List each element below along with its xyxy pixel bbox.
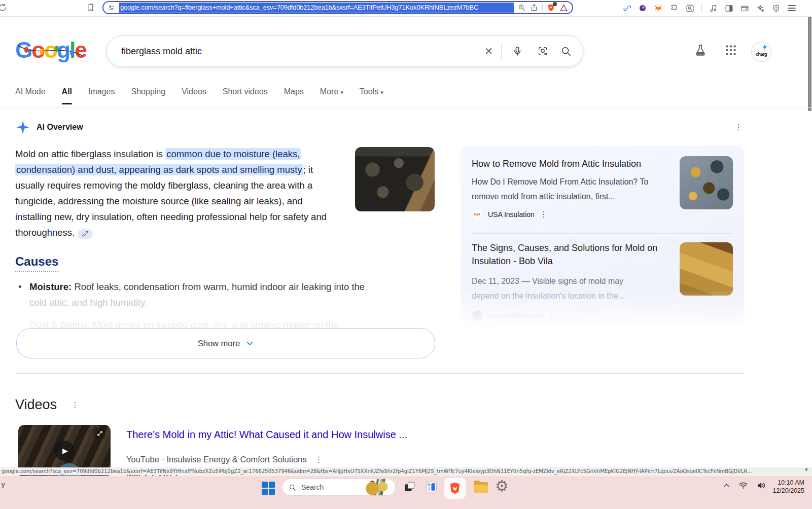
extensions-puzzle-icon[interactable] xyxy=(670,4,679,13)
start-button[interactable] xyxy=(262,482,275,495)
brave-rewards-icon[interactable] xyxy=(559,4,568,12)
ai-overview-menu-icon[interactable]: ⋮ xyxy=(734,123,743,131)
apps-grid-icon[interactable] xyxy=(724,44,737,57)
tab-more[interactable]: More▾ xyxy=(320,87,343,104)
widgets-icon[interactable] xyxy=(425,481,438,493)
tab-videos[interactable]: Videos xyxy=(182,87,206,104)
video-title-link[interactable]: There's Mold in my Attic! What Caused it… xyxy=(126,429,583,441)
labs-icon[interactable] xyxy=(694,44,707,57)
tab-short-videos[interactable]: Short videos xyxy=(223,87,268,104)
file-explorer-icon[interactable] xyxy=(474,482,488,493)
moldy-insulation-image[interactable] xyxy=(355,147,435,211)
task-view-icon[interactable] xyxy=(403,481,416,493)
media-player-icon[interactable] xyxy=(709,4,718,13)
video-menu-icon[interactable]: ⋮ xyxy=(315,456,323,464)
source-title[interactable]: How to Remove Mold from Attic Insulation xyxy=(472,157,675,170)
vpn-shield-icon[interactable] xyxy=(772,4,781,13)
voice-search-icon[interactable] xyxy=(505,46,530,57)
citation-link-icon[interactable] xyxy=(78,229,93,239)
card-divider xyxy=(472,233,733,234)
settings-gear-icon[interactable]: ⚙ xyxy=(495,479,509,494)
logo-letter: e xyxy=(75,38,86,62)
tab-maps[interactable]: Maps xyxy=(284,87,304,104)
taskbar-clock[interactable]: 10:10 AM 12/20/2025 xyxy=(759,479,804,495)
tab-shopping[interactable]: Shopping xyxy=(131,87,166,104)
search-box[interactable]: fiberglass mold attic ✕ xyxy=(107,35,583,67)
brave-browser-taskbar-icon[interactable] xyxy=(444,478,466,499)
search-box-extension-icon[interactable] xyxy=(686,4,694,13)
search-submit-icon[interactable] xyxy=(555,46,572,57)
mold-closeup-thumbnail[interactable] xyxy=(680,156,733,209)
extension-toolbar xyxy=(623,0,796,16)
result-tabs: AI Mode All Images Shopping Videos Short… xyxy=(15,87,383,104)
scrollbar-thumb[interactable] xyxy=(808,17,811,111)
sidebar-toggle-icon[interactable] xyxy=(725,4,733,13)
show-more-button[interactable]: Show more xyxy=(16,328,435,358)
search-icon xyxy=(289,484,296,491)
clock-time: 10:10 AM xyxy=(759,479,804,487)
cause-list-item: Moisture: Roof leaks, condensation from … xyxy=(29,279,425,310)
tray-chevron-up-icon[interactable] xyxy=(723,482,730,489)
source-snippet: How Do I Remove Mold From Attic Insulati… xyxy=(472,174,675,204)
expand-icon[interactable] xyxy=(94,428,105,439)
link-extension-icon[interactable] xyxy=(623,4,631,13)
metamask-icon[interactable] xyxy=(654,4,663,13)
tab-all[interactable]: All xyxy=(62,87,72,104)
brave-shields-icon[interactable] xyxy=(547,4,555,12)
bookmark-icon[interactable] xyxy=(86,3,95,12)
play-button-icon[interactable]: ▶ xyxy=(54,441,75,461)
bullet-text-faded: cold attic, and high humidity. xyxy=(29,295,425,310)
orb-extension-icon[interactable] xyxy=(639,4,647,12)
wallet-icon[interactable] xyxy=(740,4,749,13)
bullet-term: Moisture: xyxy=(29,281,72,292)
taskbar-search[interactable]: Search xyxy=(282,479,396,496)
taskbar-search-label: Search xyxy=(301,483,324,491)
ai-overview-title: AI Overview xyxy=(37,123,83,132)
divider xyxy=(542,4,543,12)
address-bar[interactable]: google.com/search?q=fiberglass+mold+atti… xyxy=(102,1,573,14)
insulation-thumbnail[interactable] xyxy=(680,242,733,296)
background-stray-text: y xyxy=(2,481,5,488)
reload-icon[interactable] xyxy=(0,3,7,12)
site-settings-icon[interactable] xyxy=(108,4,115,12)
ai-sources-card: How to Remove Mold from Attic Insulation… xyxy=(461,146,744,327)
avatar-label: charg xyxy=(752,52,771,57)
causes-heading-link[interactable]: Causes xyxy=(15,254,58,272)
source-name[interactable]: USA Insulation xyxy=(488,210,535,219)
leo-ai-icon[interactable] xyxy=(756,4,765,13)
ai-sparkle-icon xyxy=(16,121,29,134)
divider xyxy=(501,43,502,60)
google-logo[interactable]: Google xyxy=(15,38,86,63)
paragraph-text: Mold on attic fiberglass insulation is xyxy=(15,149,165,159)
ai-overview-header: AI Overview xyxy=(16,121,83,134)
ai-overview-paragraph: Mold on attic fiberglass insulation is c… xyxy=(15,146,338,240)
usa-insulation-favicon: USA xyxy=(472,209,483,220)
share-icon[interactable] xyxy=(530,4,538,12)
search-query[interactable]: fiberglass mold attic xyxy=(118,46,480,57)
zoom-page-icon[interactable] xyxy=(518,4,526,12)
divider xyxy=(701,4,702,12)
tab-ai-mode[interactable]: AI Mode xyxy=(15,87,46,104)
chevron-down-icon xyxy=(246,340,254,347)
logo-letter: G xyxy=(15,38,31,62)
browser-toolbar: google.com/search?q=fiberglass+mold+atti… xyxy=(0,0,812,17)
menu-icon[interactable] xyxy=(788,4,796,13)
video-source-text[interactable]: YouTube · Insulwise Energy & Comfort Sol… xyxy=(126,455,307,464)
video-source: YouTube · Insulwise Energy & Comfort Sol… xyxy=(126,455,323,464)
profile-avatar[interactable]: charg xyxy=(751,42,771,62)
url-text-selected[interactable]: google.com/search?q=fiberglass+mold+atti… xyxy=(119,3,514,13)
link-status-bar: google.com/search?sca_esv=709dfd0b212bea… xyxy=(0,467,812,475)
holiday-ornament-decoration xyxy=(363,479,395,496)
source-title[interactable]: The Signs, Causes, and Solutions for Mol… xyxy=(472,241,675,268)
show-more-label: Show more xyxy=(198,339,240,348)
tab-tools[interactable]: Tools▾ xyxy=(360,87,383,104)
videos-menu-icon[interactable]: ⋮ xyxy=(71,401,79,409)
lens-search-icon[interactable] xyxy=(530,46,555,57)
clear-query-icon[interactable]: ✕ xyxy=(480,45,501,57)
scrollbar-down-arrow[interactable]: ▼ xyxy=(804,467,809,472)
chevron-down-icon: ▾ xyxy=(340,89,343,95)
source-attribution[interactable]: USA USA Insulation ⋮ xyxy=(472,209,548,220)
wifi-icon[interactable] xyxy=(738,481,748,490)
tab-images[interactable]: Images xyxy=(88,87,115,104)
source-menu-icon[interactable]: ⋮ xyxy=(540,210,548,219)
